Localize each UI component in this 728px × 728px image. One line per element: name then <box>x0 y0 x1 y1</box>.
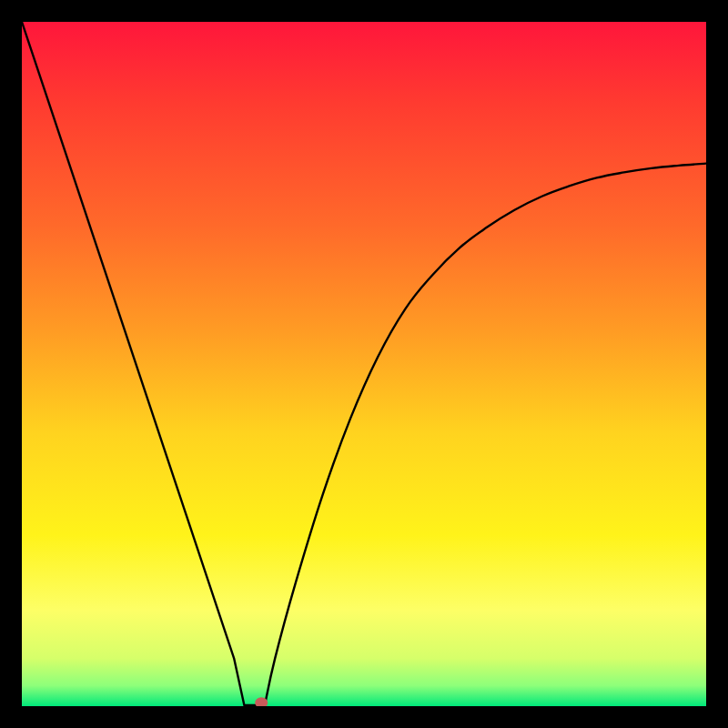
svg-rect-0 <box>0 0 728 728</box>
chart-stage: TheBottleneck.com <box>0 0 728 728</box>
plot-frame <box>0 0 728 728</box>
